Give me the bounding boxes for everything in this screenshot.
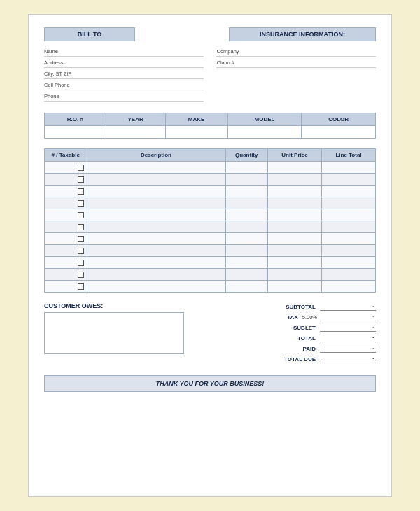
- checkbox-icon[interactable]: [78, 188, 84, 195]
- item-num-cell: [45, 209, 88, 221]
- item-desc-cell: [87, 197, 225, 209]
- tax-row: TAX 5.00% -: [237, 313, 376, 321]
- table-row: [45, 257, 376, 269]
- vehicle-col-year: YEAR: [106, 113, 165, 126]
- vehicle-table: R.O. # YEAR MAKE MODEL COLOR: [44, 113, 376, 139]
- item-total-cell: [322, 197, 376, 209]
- item-desc-cell: [87, 281, 225, 293]
- items-col-qty: Quantity: [225, 149, 268, 162]
- table-row: [45, 197, 376, 209]
- checkbox-icon[interactable]: [78, 176, 84, 183]
- sublet-row: SUBLET -: [237, 323, 376, 332]
- total-due-value: -: [320, 355, 376, 363]
- item-num-cell: [45, 197, 88, 209]
- sublet-label: SUBLET: [237, 325, 320, 331]
- cell-field: Cell Phone: [44, 82, 204, 90]
- item-price-cell: [268, 221, 322, 233]
- paid-value: -: [320, 344, 376, 353]
- item-total-cell: [322, 269, 376, 281]
- item-qty-cell: [225, 197, 268, 209]
- header-row: BILL TO INSURANCE INFORMATION:: [44, 27, 376, 41]
- bill-to-header: BILL TO: [44, 27, 135, 41]
- checkbox-icon[interactable]: [78, 224, 84, 230]
- item-desc-cell: [87, 257, 225, 269]
- invoice-page: BILL TO INSURANCE INFORMATION: Name Addr…: [28, 14, 392, 497]
- insurance-fields: Company Claim #: [216, 48, 376, 104]
- checkbox-icon[interactable]: [78, 284, 84, 290]
- item-qty-cell: [225, 162, 268, 174]
- item-total-cell: [322, 186, 376, 197]
- item-price-cell: [268, 209, 322, 221]
- checkbox-icon[interactable]: [78, 236, 84, 242]
- item-qty-cell: [225, 257, 268, 269]
- checkbox-icon[interactable]: [78, 260, 84, 266]
- item-num-cell: [45, 221, 88, 233]
- item-num-cell: [45, 162, 88, 174]
- item-price-cell: [268, 174, 322, 186]
- item-qty-cell: [225, 186, 268, 197]
- customer-owes-label: CUSTOMER OWES:: [44, 302, 227, 309]
- items-col-price: Unit Price: [268, 149, 322, 162]
- company-field: Company: [216, 48, 376, 57]
- item-price-cell: [268, 186, 322, 197]
- checkbox-icon[interactable]: [78, 212, 84, 218]
- vehicle-col-make: MAKE: [165, 113, 227, 126]
- insurance-header: INSURANCE INFORMATION:: [229, 27, 376, 41]
- sublet-value: -: [320, 323, 376, 332]
- item-desc-cell: [87, 162, 225, 174]
- item-price-cell: [268, 257, 322, 269]
- item-price-cell: [268, 162, 322, 174]
- item-price-cell: [268, 245, 322, 257]
- vehicle-model-value: [227, 126, 302, 139]
- items-col-total: Line Total: [322, 149, 376, 162]
- item-num-cell: [45, 245, 88, 257]
- vehicle-col-ro: R.O. #: [45, 113, 106, 126]
- item-total-cell: [322, 257, 376, 269]
- item-desc-cell: [87, 186, 225, 197]
- item-price-cell: [268, 233, 322, 245]
- item-qty-cell: [225, 221, 268, 233]
- total-due-row: TOTAL DUE -: [237, 355, 376, 363]
- vehicle-ro-value: [45, 126, 106, 139]
- paid-row: PAID -: [237, 344, 376, 353]
- table-row: [45, 269, 376, 281]
- tax-value: -: [320, 313, 376, 321]
- table-row: [45, 245, 376, 257]
- item-num-cell: [45, 186, 88, 197]
- vehicle-col-model: MODEL: [227, 113, 302, 126]
- table-row: [45, 162, 376, 174]
- item-qty-cell: [225, 281, 268, 293]
- table-row: [45, 233, 376, 245]
- name-field: Name: [44, 48, 204, 57]
- item-desc-cell: [87, 209, 225, 221]
- vehicle-year-value: [106, 126, 165, 139]
- item-qty-cell: [225, 269, 268, 281]
- customer-owes-section: CUSTOMER OWES:: [44, 302, 227, 354]
- total-row: TOTAL -: [237, 334, 376, 342]
- item-desc-cell: [87, 233, 225, 245]
- total-due-label: TOTAL DUE: [237, 356, 320, 363]
- items-table: # / Taxable Description Quantity Unit Pr…: [44, 148, 376, 293]
- paid-label: PAID: [237, 346, 320, 352]
- item-price-cell: [268, 197, 322, 209]
- address-field: Address: [44, 59, 204, 68]
- phone-field: Phone: [44, 93, 204, 102]
- item-total-cell: [322, 281, 376, 293]
- item-num-cell: [45, 281, 88, 293]
- total-value: -: [320, 334, 376, 342]
- checkbox-icon[interactable]: [78, 200, 84, 206]
- vehicle-data-row: [45, 126, 376, 139]
- item-qty-cell: [225, 245, 268, 257]
- item-num-cell: [45, 174, 88, 186]
- table-row: [45, 221, 376, 233]
- item-total-cell: [322, 162, 376, 174]
- item-price-cell: [268, 269, 322, 281]
- total-label: TOTAL: [237, 335, 320, 342]
- claim-label: Claim #: [216, 59, 234, 66]
- item-qty-cell: [225, 233, 268, 245]
- checkbox-icon[interactable]: [78, 164, 84, 171]
- checkbox-icon[interactable]: [78, 272, 84, 278]
- checkbox-icon[interactable]: [78, 248, 84, 254]
- footer: THANK YOU FOR YOUR BUSINESS!: [44, 375, 376, 392]
- table-row: [45, 209, 376, 221]
